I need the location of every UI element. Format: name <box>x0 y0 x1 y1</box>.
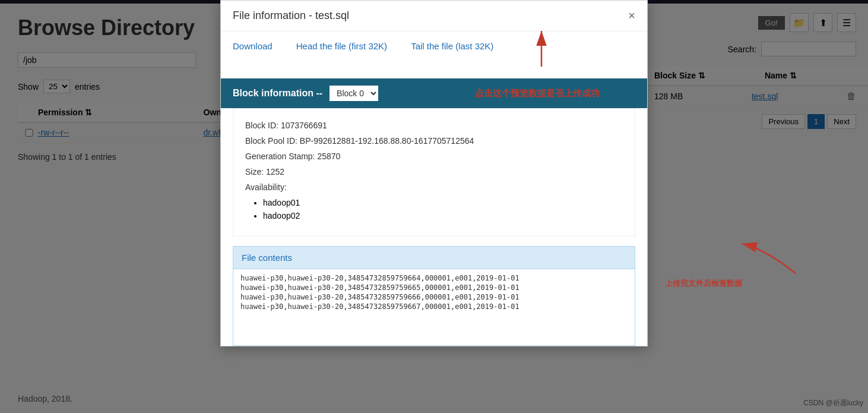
block-pool-id: Block Pool ID: BP-992612881-192.168.88.8… <box>245 136 623 146</box>
download-link[interactable]: Download <box>233 41 273 51</box>
availability-label: Availability: <box>245 182 623 192</box>
block-info-header: Block information -- Block 0 <box>221 78 647 108</box>
node-1: hadoop01 <box>263 198 623 207</box>
file-contents-body[interactable]: huawei-p30,huawei-p30-20,348547328597596… <box>233 269 635 346</box>
availability-nodes: hadoop01 hadoop02 <box>245 198 623 220</box>
head-file-link[interactable]: Head the file (first 32K) <box>296 41 387 51</box>
node-2: hadoop02 <box>263 211 623 220</box>
file-contents-section: File contents huawei-p30,huawei-p30-20,3… <box>233 246 635 346</box>
modal-header: File information - test.sql × <box>221 1 647 31</box>
modal-close-button[interactable]: × <box>628 9 635 23</box>
generation-stamp: Generation Stamp: 25870 <box>245 152 623 161</box>
file-content-line: huawei-p30,huawei-p30-20,348547328597596… <box>240 302 628 311</box>
modal-title: File information - test.sql <box>233 10 349 22</box>
file-content-line: huawei-p30,huawei-p30-20,348547328597596… <box>240 283 628 292</box>
modal-links: Download Head the file (first 32K) Tail … <box>221 31 647 61</box>
file-contents-header: File contents <box>233 246 635 269</box>
file-content-line: huawei-p30,huawei-p30-20,348547328597596… <box>240 274 628 282</box>
tail-file-link[interactable]: Tail the file (last 32K) <box>411 41 493 51</box>
modal-dialog: File information - test.sql × Download H… <box>220 0 648 346</box>
file-content-line: huawei-p30,huawei-p30-20,348547328597596… <box>240 293 628 301</box>
block-info-label: Block information -- <box>233 88 322 99</box>
block-select[interactable]: Block 0 <box>330 86 378 101</box>
block-details: Block ID: 1073766691 Block Pool ID: BP-9… <box>233 108 635 237</box>
size: Size: 1252 <box>245 167 623 176</box>
block-id: Block ID: 1073766691 <box>245 121 623 130</box>
